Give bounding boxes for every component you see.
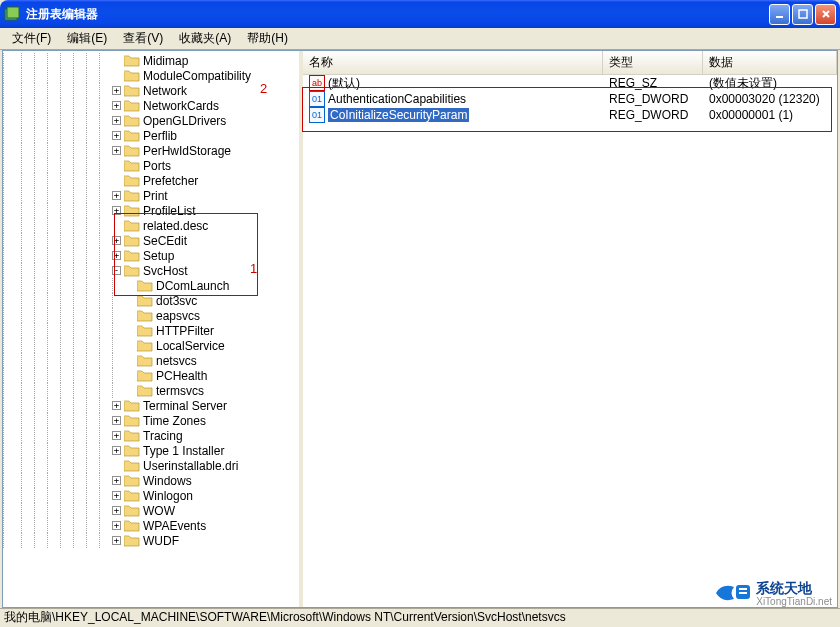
value-data: (数值未设置) bbox=[703, 75, 837, 92]
app-icon bbox=[4, 6, 20, 22]
titlebar[interactable]: 注册表编辑器 bbox=[0, 0, 840, 28]
tree-item[interactable]: +Network bbox=[3, 83, 299, 98]
tree-item[interactable]: +Time Zones bbox=[3, 413, 299, 428]
tree-label: Print bbox=[143, 189, 168, 203]
tree-item[interactable]: Prefetcher bbox=[3, 173, 299, 188]
tree-item[interactable]: +PerHwIdStorage bbox=[3, 143, 299, 158]
tree-expand-icon[interactable]: + bbox=[112, 206, 121, 215]
tree-item[interactable]: +Perflib bbox=[3, 128, 299, 143]
maximize-button[interactable] bbox=[792, 4, 813, 25]
list-row[interactable]: 01AuthenticationCapabilitiesREG_DWORD0x0… bbox=[303, 91, 837, 107]
tree-expand-icon[interactable]: + bbox=[112, 446, 121, 455]
tree-expand-icon[interactable]: - bbox=[112, 266, 121, 275]
list-body[interactable]: ab(默认)REG_SZ(数值未设置)01AuthenticationCapab… bbox=[303, 75, 837, 607]
svg-rect-1 bbox=[7, 7, 19, 18]
folder-icon bbox=[124, 234, 140, 247]
folder-icon bbox=[124, 84, 140, 97]
value-type: REG_SZ bbox=[603, 76, 703, 90]
tree-expand-icon[interactable]: + bbox=[112, 491, 121, 500]
watermark-logo-icon bbox=[714, 579, 752, 607]
tree-expand-icon[interactable]: + bbox=[112, 86, 121, 95]
tree-item[interactable]: +Tracing bbox=[3, 428, 299, 443]
tree-expand-icon[interactable]: + bbox=[112, 131, 121, 140]
tree-expand-icon[interactable]: + bbox=[112, 506, 121, 515]
tree-label: Winlogon bbox=[143, 489, 193, 503]
tree-item[interactable]: +WOW bbox=[3, 503, 299, 518]
svg-rect-5 bbox=[739, 588, 747, 590]
header-data[interactable]: 数据 bbox=[703, 51, 837, 74]
tree-expand-icon[interactable]: + bbox=[112, 236, 121, 245]
tree-item[interactable]: PCHealth bbox=[3, 368, 299, 383]
value-type: REG_DWORD bbox=[603, 92, 703, 106]
tree-item[interactable]: +Type 1 Installer bbox=[3, 443, 299, 458]
tree-expand-icon[interactable]: + bbox=[112, 416, 121, 425]
tree-item[interactable]: eapsvcs bbox=[3, 308, 299, 323]
tree-expand-icon[interactable]: + bbox=[112, 191, 121, 200]
tree-item[interactable]: +NetworkCards bbox=[3, 98, 299, 113]
menu-help[interactable]: 帮助(H) bbox=[239, 28, 296, 49]
annotation-number-2: 2 bbox=[260, 81, 267, 96]
folder-icon bbox=[137, 339, 153, 352]
minimize-button[interactable] bbox=[769, 4, 790, 25]
tree-item[interactable]: DComLaunch bbox=[3, 278, 299, 293]
folder-icon bbox=[137, 294, 153, 307]
menu-edit[interactable]: 编辑(E) bbox=[59, 28, 115, 49]
tree-label: Ports bbox=[143, 159, 171, 173]
value-icon: 01 bbox=[309, 107, 325, 123]
tree-item[interactable]: +Terminal Server bbox=[3, 398, 299, 413]
tree-expand-icon[interactable]: + bbox=[112, 401, 121, 410]
tree-panel[interactable]: MidimapModuleCompatibility+Network+Netwo… bbox=[3, 51, 303, 607]
folder-icon bbox=[137, 324, 153, 337]
tree-expand-icon[interactable]: + bbox=[112, 251, 121, 260]
tree-item[interactable]: +SeCEdit bbox=[3, 233, 299, 248]
list-row[interactable]: ab(默认)REG_SZ(数值未设置) bbox=[303, 75, 837, 91]
tree-expand-icon[interactable]: + bbox=[112, 101, 121, 110]
menu-file[interactable]: 文件(F) bbox=[4, 28, 59, 49]
menu-favorites[interactable]: 收藏夹(A) bbox=[171, 28, 239, 49]
svg-rect-6 bbox=[739, 592, 747, 594]
tree-item[interactable]: netsvcs bbox=[3, 353, 299, 368]
tree-label: Type 1 Installer bbox=[143, 444, 224, 458]
tree-item[interactable]: +OpenGLDrivers bbox=[3, 113, 299, 128]
tree-item[interactable]: +Windows bbox=[3, 473, 299, 488]
folder-icon bbox=[124, 249, 140, 262]
tree-item[interactable]: ModuleCompatibility bbox=[3, 68, 299, 83]
content-area: MidimapModuleCompatibility+Network+Netwo… bbox=[2, 50, 838, 608]
tree-item[interactable]: +WUDF bbox=[3, 533, 299, 548]
tree-label: WPAEvents bbox=[143, 519, 206, 533]
tree-item[interactable]: termsvcs bbox=[3, 383, 299, 398]
folder-icon bbox=[124, 189, 140, 202]
folder-icon bbox=[124, 219, 140, 232]
window-title: 注册表编辑器 bbox=[26, 6, 767, 23]
tree-item[interactable]: Midimap bbox=[3, 53, 299, 68]
close-button[interactable] bbox=[815, 4, 836, 25]
tree-item[interactable]: dot3svc bbox=[3, 293, 299, 308]
tree-expand-icon[interactable]: + bbox=[112, 536, 121, 545]
header-type[interactable]: 类型 bbox=[603, 51, 703, 74]
tree-item[interactable]: HTTPFilter bbox=[3, 323, 299, 338]
tree-expand-icon[interactable]: + bbox=[112, 431, 121, 440]
folder-icon bbox=[124, 399, 140, 412]
tree-item[interactable]: Ports bbox=[3, 158, 299, 173]
tree-label: netsvcs bbox=[156, 354, 197, 368]
tree-item[interactable]: +Winlogon bbox=[3, 488, 299, 503]
tree-expand-icon[interactable]: + bbox=[112, 476, 121, 485]
menu-view[interactable]: 查看(V) bbox=[115, 28, 171, 49]
tree-expand-icon[interactable]: + bbox=[112, 116, 121, 125]
header-name[interactable]: 名称 bbox=[303, 51, 603, 74]
tree-label: Network bbox=[143, 84, 187, 98]
tree-item[interactable]: LocalService bbox=[3, 338, 299, 353]
tree-expand-icon[interactable]: + bbox=[112, 146, 121, 155]
tree-item[interactable]: +WPAEvents bbox=[3, 518, 299, 533]
tree-item[interactable]: +Print bbox=[3, 188, 299, 203]
folder-icon bbox=[137, 369, 153, 382]
tree-item[interactable]: related.desc bbox=[3, 218, 299, 233]
tree-label: ProfileList bbox=[143, 204, 196, 218]
folder-icon bbox=[137, 354, 153, 367]
tree-item[interactable]: Userinstallable.dri bbox=[3, 458, 299, 473]
list-row[interactable]: 01CoInitializeSecurityParamREG_DWORD0x00… bbox=[303, 107, 837, 123]
tree-item[interactable]: +ProfileList bbox=[3, 203, 299, 218]
tree-label: LocalService bbox=[156, 339, 225, 353]
tree-label: termsvcs bbox=[156, 384, 204, 398]
tree-expand-icon[interactable]: + bbox=[112, 521, 121, 530]
